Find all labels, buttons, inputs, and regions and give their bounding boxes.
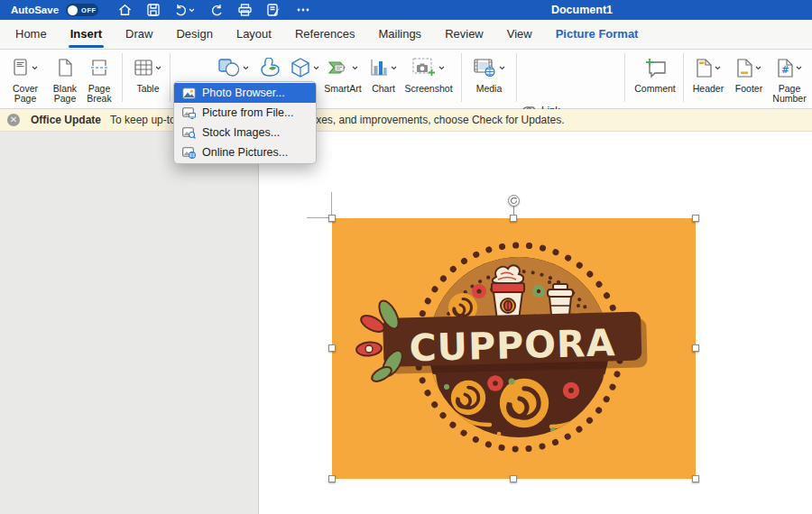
chevron-down-icon: [243, 66, 249, 70]
group-separator: [624, 53, 625, 102]
smartart-icon: [328, 59, 349, 77]
chevron-down-icon: [796, 66, 802, 70]
group-separator: [170, 53, 171, 102]
svg-text:#: #: [781, 65, 789, 75]
media-icon: [474, 59, 496, 78]
undo-icon[interactable]: [175, 4, 195, 16]
tab-draw[interactable]: Draw: [114, 20, 164, 49]
ribbon-tab-bar: Home Insert Draw Design Layout Reference…: [0, 20, 812, 50]
page-break-button[interactable]: Page Break: [81, 52, 117, 104]
redo-icon[interactable]: [210, 4, 223, 16]
chevron-down-icon: [352, 66, 358, 70]
autosave-state: OFF: [81, 6, 97, 14]
comment-button[interactable]: Comment: [632, 52, 678, 94]
group-separator: [683, 53, 684, 102]
resize-handle-bottom-center[interactable]: [510, 475, 517, 482]
3d-models-button[interactable]: [287, 52, 323, 83]
page-number-button[interactable]: # Page Number: [769, 52, 810, 104]
chevron-down-icon: [155, 66, 161, 70]
header-button[interactable]: Header: [687, 52, 729, 94]
photo-browser-icon: [182, 87, 196, 99]
logo-text: CUPPORA: [409, 321, 616, 370]
autosave-toggle[interactable]: OFF: [66, 4, 98, 16]
print-icon[interactable]: [238, 4, 252, 16]
stock-images-icon: [182, 127, 196, 139]
rotation-handle[interactable]: [508, 195, 520, 207]
chevron-down-icon: [391, 66, 397, 70]
cover-page-button[interactable]: Cover Page: [4, 52, 47, 104]
ribbon: Cover Page Blank Page Page Break Table: [0, 50, 812, 109]
blank-page-button[interactable]: Blank Page: [49, 52, 81, 104]
icons-button[interactable]: [256, 52, 285, 83]
canvas-margin-area: [0, 132, 259, 514]
footer-icon: [737, 59, 752, 78]
shapes-icon: [218, 59, 240, 77]
menu-item-online-pictures[interactable]: Online Pictures...: [174, 142, 316, 162]
tab-mailings[interactable]: Mailings: [366, 20, 433, 49]
resize-handle-bottom-left[interactable]: [328, 475, 336, 482]
chevron-down-icon: [32, 66, 38, 70]
tab-layout[interactable]: Layout: [225, 20, 283, 49]
tab-references[interactable]: References: [283, 20, 366, 49]
office-update-banner: ✕ Office Update To keep up-to-date with …: [0, 109, 812, 132]
title-bar: AutoSave OFF: [0, 0, 812, 20]
resize-handle-middle-left[interactable]: [328, 344, 336, 352]
screenshot-icon: [412, 58, 436, 78]
blank-page-icon: [59, 59, 72, 77]
logo-banner: CUPPORA: [383, 311, 648, 374]
comment-icon: [643, 57, 667, 78]
save-as-icon[interactable]: [267, 4, 281, 16]
document-title: Document1: [551, 0, 613, 20]
chevron-down-icon: [313, 66, 319, 70]
tab-review[interactable]: Review: [433, 20, 495, 49]
tab-design[interactable]: Design: [164, 20, 224, 49]
shapes-button[interactable]: [215, 52, 253, 83]
chart-button[interactable]: Chart: [366, 52, 401, 94]
tab-insert[interactable]: Insert: [59, 20, 114, 49]
cube-icon: [291, 58, 310, 78]
resize-handle-top-right[interactable]: [692, 215, 699, 222]
resize-handle-top-center[interactable]: [510, 215, 517, 222]
pictures-dropdown-menu: Photo Browser... Picture from File... St…: [173, 81, 317, 164]
menu-item-photo-browser[interactable]: Photo Browser...: [174, 83, 316, 103]
menu-item-picture-from-file[interactable]: Picture from File...: [174, 103, 316, 123]
picture-from-file-icon: [182, 107, 196, 119]
chevron-down-icon: [715, 66, 721, 70]
autosave-label: AutoSave: [11, 5, 59, 15]
online-pictures-icon: [182, 147, 196, 159]
table-icon: [134, 60, 152, 76]
toggle-knob: [68, 5, 78, 15]
page-number-icon: #: [778, 59, 793, 78]
group-separator: [461, 53, 462, 102]
resize-handle-top-left[interactable]: [328, 215, 336, 222]
menu-item-stock-images[interactable]: Stock Images...: [174, 123, 316, 142]
word-window: AutoSave OFF: [0, 0, 812, 514]
cover-page-icon: [14, 59, 29, 77]
footer-button[interactable]: Footer: [731, 52, 767, 94]
group-separator: [516, 53, 517, 102]
smartart-button[interactable]: SmartArt: [321, 52, 364, 94]
group-separator: [122, 53, 123, 102]
chevron-down-icon: [755, 66, 761, 70]
more-commands-icon[interactable]: [296, 4, 310, 16]
save-icon[interactable]: [147, 4, 160, 16]
chevron-down-icon: [438, 66, 445, 70]
resize-handle-bottom-right[interactable]: [692, 475, 699, 482]
resize-handle-middle-right[interactable]: [692, 344, 699, 352]
tab-view[interactable]: View: [495, 20, 544, 49]
header-icon: [697, 59, 712, 78]
screenshot-button[interactable]: Screenshot: [402, 52, 455, 94]
page-break-icon: [90, 59, 108, 77]
chart-icon: [370, 59, 388, 77]
media-button[interactable]: Media: [467, 52, 511, 94]
table-button[interactable]: Table: [128, 52, 168, 94]
home-icon[interactable]: [118, 4, 132, 16]
duck-icon: [260, 58, 281, 78]
tab-picture-format[interactable]: Picture Format: [544, 20, 651, 49]
tab-home[interactable]: Home: [4, 20, 59, 49]
chevron-down-icon: [499, 66, 505, 70]
inserted-image-cuppora-logo[interactable]: CUPPORA: [332, 218, 696, 479]
notification-title: Office Update: [31, 114, 101, 126]
close-icon[interactable]: ✕: [7, 114, 20, 126]
